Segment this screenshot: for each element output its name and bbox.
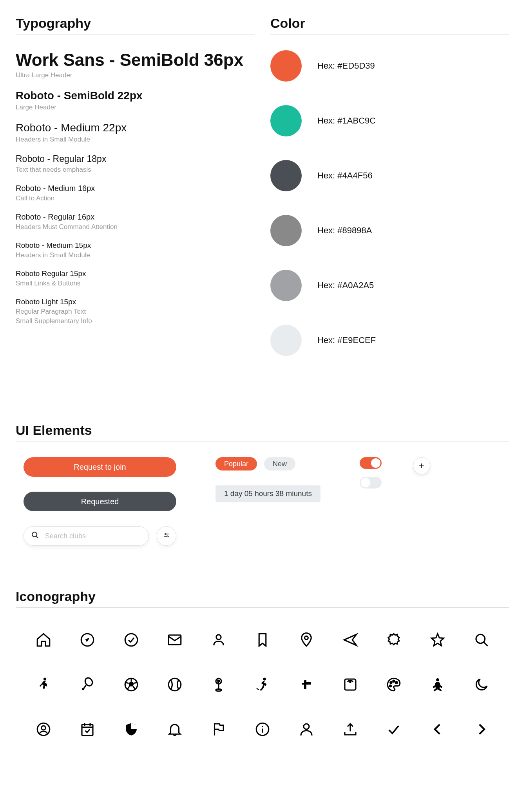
color-label-2: Hex: #4A4F56	[317, 171, 373, 181]
location-pin-icon	[294, 631, 319, 649]
svg-point-18	[82, 688, 84, 690]
flag-icon	[206, 721, 231, 738]
tennis-icon	[75, 676, 100, 693]
type-desc-5: Headers Must Command Attention	[16, 223, 255, 231]
svg-point-42	[42, 726, 46, 730]
svg-line-23	[134, 683, 137, 683]
compass-icon	[75, 631, 100, 649]
shield-icon	[119, 721, 143, 738]
palette-icon	[382, 676, 406, 693]
type-desc-0: Ultra Large Header	[16, 71, 255, 79]
type-sample-6: Roboto - Medium 15px	[16, 241, 255, 250]
info-icon	[250, 721, 275, 738]
color-label-3: Hex: #89898A	[317, 225, 372, 236]
scale-icon	[338, 676, 362, 693]
running-icon	[31, 676, 56, 693]
add-button[interactable]: +	[413, 457, 430, 474]
svg-point-36	[390, 681, 392, 683]
filter-button[interactable]	[157, 526, 176, 546]
svg-point-10	[216, 635, 221, 639]
sliders-icon	[163, 532, 170, 541]
svg-point-50	[262, 726, 263, 727]
mail-icon	[163, 631, 187, 649]
type-desc-6: Headers in Small Module	[16, 251, 255, 259]
type-sample-3: Roboto - Regular 18px	[16, 154, 255, 164]
type-desc-1: Large Header	[16, 104, 255, 111]
color-swatch-1	[270, 105, 302, 136]
svg-rect-43	[82, 725, 93, 736]
person-icon	[206, 631, 231, 649]
golf-icon	[206, 676, 231, 693]
search-field[interactable]	[24, 526, 149, 546]
search-icon	[31, 531, 40, 541]
type-desc-7: Small Links & Buttons	[16, 280, 255, 287]
svg-point-40	[436, 678, 439, 681]
popular-chip[interactable]: Popular	[215, 457, 257, 470]
svg-point-37	[393, 680, 395, 682]
typography-section: Typography Work Sans - SemiBold 36px Ult…	[16, 16, 255, 380]
color-swatch-4	[270, 270, 302, 301]
color-heading: Color	[270, 16, 509, 35]
type-desc-8a: Regular Paragraph Text	[16, 308, 255, 316]
chevron-left-icon	[425, 721, 450, 738]
badge-icon	[382, 631, 406, 649]
bell-icon	[163, 721, 187, 738]
svg-point-0	[32, 532, 37, 537]
svg-marker-7	[85, 638, 89, 642]
new-chip[interactable]: New	[264, 457, 295, 470]
color-swatch-2	[270, 160, 302, 191]
chevron-right-icon	[469, 721, 494, 738]
color-swatch-3	[270, 215, 302, 246]
type-desc-4: Call to Action	[16, 194, 255, 202]
iconography-heading: Iconography	[16, 589, 509, 608]
color-label-1: Hex: #1ABC9C	[317, 116, 376, 126]
calendar-check-icon	[75, 721, 100, 738]
svg-point-33	[263, 678, 266, 681]
color-label-5: Hex: #E9ECEF	[317, 335, 376, 345]
search-input[interactable]	[45, 532, 141, 540]
toggle-off[interactable]	[360, 477, 382, 489]
svg-point-35	[349, 681, 351, 683]
svg-point-39	[389, 685, 391, 687]
svg-line-22	[125, 683, 129, 683]
svg-point-11	[304, 636, 308, 639]
svg-point-3	[165, 533, 166, 534]
type-desc-3: Text that needs emphasis	[16, 166, 255, 174]
meditation-icon	[425, 676, 450, 693]
check-icon	[382, 721, 406, 738]
svg-point-13	[476, 634, 485, 643]
color-section: Color Hex: #ED5D39 Hex: #1ABC9C Hex: #4A…	[270, 16, 509, 380]
svg-line-24	[127, 686, 129, 689]
user-icon	[294, 721, 319, 738]
type-sample-1: Roboto - SemiBold 22px	[16, 89, 255, 102]
svg-point-30	[217, 680, 218, 681]
svg-point-8	[125, 634, 138, 646]
type-sample-2: Roboto - Medium 22px	[16, 122, 255, 134]
bookmark-icon	[250, 631, 275, 649]
svg-point-32	[218, 682, 219, 683]
color-swatch-0	[270, 50, 302, 82]
type-desc-2: Headers in Small Module	[16, 136, 255, 144]
type-sample-7: Roboto Regular 15px	[16, 269, 255, 278]
ui-elements-section: UI Elements Request to join Requested	[16, 423, 509, 546]
account-circle-icon	[31, 721, 56, 738]
typography-heading: Typography	[16, 16, 255, 35]
iconography-section: Iconography	[16, 589, 509, 746]
send-icon	[338, 631, 362, 649]
svg-marker-20	[129, 681, 134, 686]
ui-elements-heading: UI Elements	[16, 423, 509, 441]
request-to-join-button[interactable]: Request to join	[24, 457, 176, 477]
type-sample-5: Roboto - Regular 16px	[16, 213, 255, 222]
countdown-chip: 1 day 05 hours 38 miunuts	[215, 485, 320, 502]
svg-point-38	[396, 681, 398, 683]
color-swatch-5	[270, 325, 302, 356]
requested-button[interactable]: Requested	[24, 492, 176, 511]
svg-marker-12	[432, 634, 444, 646]
svg-line-14	[484, 642, 488, 646]
search-icon	[469, 631, 494, 649]
check-circle-icon	[119, 631, 143, 649]
toggle-on[interactable]	[360, 457, 382, 469]
baseball-icon	[163, 676, 187, 693]
svg-line-25	[133, 686, 135, 689]
soccer-icon	[119, 676, 143, 693]
